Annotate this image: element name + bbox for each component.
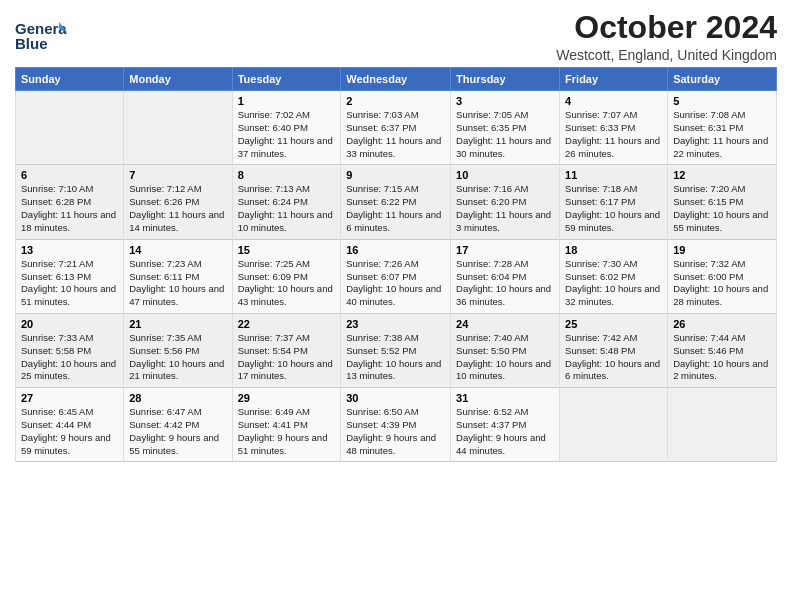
calendar-week-5: 27Sunrise: 6:45 AMSunset: 4:44 PMDayligh… [16,388,777,462]
day-number: 13 [21,244,118,256]
cell-info: Sunrise: 7:05 AMSunset: 6:35 PMDaylight:… [456,109,554,160]
cell-info: Sunrise: 6:50 AMSunset: 4:39 PMDaylight:… [346,406,445,457]
calendar-cell: 7Sunrise: 7:12 AMSunset: 6:26 PMDaylight… [124,165,232,239]
day-number: 25 [565,318,662,330]
cell-info: Sunrise: 7:07 AMSunset: 6:33 PMDaylight:… [565,109,662,160]
calendar-table: Sunday Monday Tuesday Wednesday Thursday… [15,67,777,462]
calendar-cell: 18Sunrise: 7:30 AMSunset: 6:02 PMDayligh… [560,239,668,313]
day-number: 19 [673,244,771,256]
day-number: 7 [129,169,226,181]
day-number: 4 [565,95,662,107]
calendar-cell: 15Sunrise: 7:25 AMSunset: 6:09 PMDayligh… [232,239,341,313]
cell-info: Sunrise: 7:12 AMSunset: 6:26 PMDaylight:… [129,183,226,234]
cell-info: Sunrise: 7:42 AMSunset: 5:48 PMDaylight:… [565,332,662,383]
cell-info: Sunrise: 7:44 AMSunset: 5:46 PMDaylight:… [673,332,771,383]
svg-text:Blue: Blue [15,35,48,52]
cell-info: Sunrise: 7:28 AMSunset: 6:04 PMDaylight:… [456,258,554,309]
calendar-cell: 9Sunrise: 7:15 AMSunset: 6:22 PMDaylight… [341,165,451,239]
cell-info: Sunrise: 7:13 AMSunset: 6:24 PMDaylight:… [238,183,336,234]
day-number: 21 [129,318,226,330]
day-number: 1 [238,95,336,107]
cell-info: Sunrise: 7:30 AMSunset: 6:02 PMDaylight:… [565,258,662,309]
calendar-week-3: 13Sunrise: 7:21 AMSunset: 6:13 PMDayligh… [16,239,777,313]
cell-info: Sunrise: 7:32 AMSunset: 6:00 PMDaylight:… [673,258,771,309]
calendar-cell: 13Sunrise: 7:21 AMSunset: 6:13 PMDayligh… [16,239,124,313]
cell-info: Sunrise: 7:18 AMSunset: 6:17 PMDaylight:… [565,183,662,234]
day-number: 20 [21,318,118,330]
calendar-cell: 5Sunrise: 7:08 AMSunset: 6:31 PMDaylight… [668,91,777,165]
day-number: 10 [456,169,554,181]
day-number: 3 [456,95,554,107]
cell-info: Sunrise: 7:25 AMSunset: 6:09 PMDaylight:… [238,258,336,309]
day-number: 5 [673,95,771,107]
day-number: 11 [565,169,662,181]
day-number: 28 [129,392,226,404]
day-number: 29 [238,392,336,404]
day-number: 12 [673,169,771,181]
calendar-cell: 12Sunrise: 7:20 AMSunset: 6:15 PMDayligh… [668,165,777,239]
calendar-cell [560,388,668,462]
day-number: 17 [456,244,554,256]
month-title: October 2024 [556,10,777,45]
cell-info: Sunrise: 7:35 AMSunset: 5:56 PMDaylight:… [129,332,226,383]
cell-info: Sunrise: 6:49 AMSunset: 4:41 PMDaylight:… [238,406,336,457]
cell-info: Sunrise: 7:08 AMSunset: 6:31 PMDaylight:… [673,109,771,160]
calendar-cell: 16Sunrise: 7:26 AMSunset: 6:07 PMDayligh… [341,239,451,313]
day-number: 27 [21,392,118,404]
calendar-cell [16,91,124,165]
col-saturday: Saturday [668,68,777,91]
calendar-cell: 28Sunrise: 6:47 AMSunset: 4:42 PMDayligh… [124,388,232,462]
col-friday: Friday [560,68,668,91]
day-number: 23 [346,318,445,330]
day-number: 6 [21,169,118,181]
calendar-cell [124,91,232,165]
calendar-cell: 29Sunrise: 6:49 AMSunset: 4:41 PMDayligh… [232,388,341,462]
header: General Blue October 2024 Westcott, Engl… [15,10,777,63]
day-number: 2 [346,95,445,107]
cell-info: Sunrise: 7:16 AMSunset: 6:20 PMDaylight:… [456,183,554,234]
day-number: 9 [346,169,445,181]
day-number: 8 [238,169,336,181]
calendar-cell: 10Sunrise: 7:16 AMSunset: 6:20 PMDayligh… [451,165,560,239]
col-sunday: Sunday [16,68,124,91]
cell-info: Sunrise: 7:03 AMSunset: 6:37 PMDaylight:… [346,109,445,160]
calendar-cell: 20Sunrise: 7:33 AMSunset: 5:58 PMDayligh… [16,313,124,387]
calendar-cell: 2Sunrise: 7:03 AMSunset: 6:37 PMDaylight… [341,91,451,165]
calendar-cell: 22Sunrise: 7:37 AMSunset: 5:54 PMDayligh… [232,313,341,387]
cell-info: Sunrise: 6:47 AMSunset: 4:42 PMDaylight:… [129,406,226,457]
cell-info: Sunrise: 7:37 AMSunset: 5:54 PMDaylight:… [238,332,336,383]
logo: General Blue [15,14,67,62]
cell-info: Sunrise: 7:02 AMSunset: 6:40 PMDaylight:… [238,109,336,160]
calendar-cell: 21Sunrise: 7:35 AMSunset: 5:56 PMDayligh… [124,313,232,387]
logo-icon: General Blue [15,14,67,62]
title-block: October 2024 Westcott, England, United K… [556,10,777,63]
calendar-cell: 1Sunrise: 7:02 AMSunset: 6:40 PMDaylight… [232,91,341,165]
day-number: 30 [346,392,445,404]
calendar-week-1: 1Sunrise: 7:02 AMSunset: 6:40 PMDaylight… [16,91,777,165]
cell-info: Sunrise: 7:40 AMSunset: 5:50 PMDaylight:… [456,332,554,383]
calendar-cell [668,388,777,462]
day-number: 26 [673,318,771,330]
col-monday: Monday [124,68,232,91]
calendar-cell: 24Sunrise: 7:40 AMSunset: 5:50 PMDayligh… [451,313,560,387]
calendar-cell: 25Sunrise: 7:42 AMSunset: 5:48 PMDayligh… [560,313,668,387]
calendar-cell: 27Sunrise: 6:45 AMSunset: 4:44 PMDayligh… [16,388,124,462]
cell-info: Sunrise: 7:33 AMSunset: 5:58 PMDaylight:… [21,332,118,383]
day-number: 18 [565,244,662,256]
calendar-cell: 31Sunrise: 6:52 AMSunset: 4:37 PMDayligh… [451,388,560,462]
col-thursday: Thursday [451,68,560,91]
calendar-cell: 17Sunrise: 7:28 AMSunset: 6:04 PMDayligh… [451,239,560,313]
calendar-cell: 3Sunrise: 7:05 AMSunset: 6:35 PMDaylight… [451,91,560,165]
day-number: 16 [346,244,445,256]
day-number: 22 [238,318,336,330]
calendar-cell: 19Sunrise: 7:32 AMSunset: 6:00 PMDayligh… [668,239,777,313]
page-container: General Blue October 2024 Westcott, Engl… [0,0,792,470]
col-wednesday: Wednesday [341,68,451,91]
cell-info: Sunrise: 7:26 AMSunset: 6:07 PMDaylight:… [346,258,445,309]
col-tuesday: Tuesday [232,68,341,91]
calendar-cell: 8Sunrise: 7:13 AMSunset: 6:24 PMDaylight… [232,165,341,239]
day-number: 15 [238,244,336,256]
calendar-cell: 11Sunrise: 7:18 AMSunset: 6:17 PMDayligh… [560,165,668,239]
cell-info: Sunrise: 7:21 AMSunset: 6:13 PMDaylight:… [21,258,118,309]
calendar-cell: 23Sunrise: 7:38 AMSunset: 5:52 PMDayligh… [341,313,451,387]
